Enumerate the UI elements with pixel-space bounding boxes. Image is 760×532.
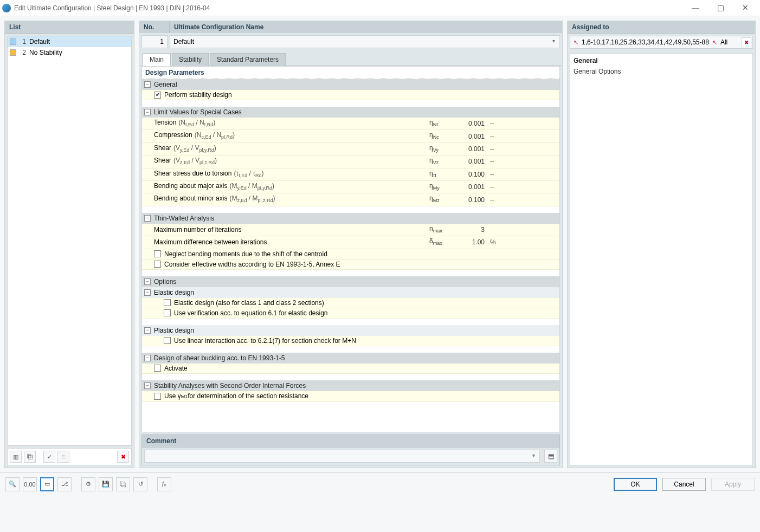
group-general[interactable]: − General: [142, 79, 559, 90]
assigned-panel: Assigned to ↖ 1,6-10,17,18,25,26,33,34,4…: [567, 21, 756, 468]
list-item[interactable]: 2 No Stability: [8, 47, 131, 58]
new-config-button[interactable]: ▥: [10, 451, 22, 463]
linear-interaction-checkbox[interactable]: [164, 337, 171, 344]
symbol: ηNc: [429, 131, 456, 141]
linear-interaction-row[interactable]: Use linear interaction acc. to 6.2.1(7) …: [142, 336, 559, 346]
name-field[interactable]: Default: [170, 35, 560, 48]
collapse-icon[interactable]: −: [144, 215, 151, 222]
assigned-header: Assigned to: [568, 21, 755, 34]
cancel-button[interactable]: Cancel: [662, 478, 706, 491]
name-header: Ultimate Configuration Name: [170, 21, 562, 33]
activate-shear-buckling-row[interactable]: Activate: [142, 364, 559, 374]
app-icon: [2, 4, 11, 12]
perform-stability-row[interactable]: Perform stability design: [142, 90, 559, 100]
delete-config-button[interactable]: ✖: [117, 451, 129, 463]
group-thin-walled[interactable]: − Thin-Walled Analysis: [142, 213, 559, 224]
close-button[interactable]: ✕: [733, 0, 758, 16]
no-header: No.: [139, 21, 170, 33]
symbol: ηVy: [429, 144, 456, 154]
symbol: ητt: [429, 169, 456, 180]
no-field[interactable]: 1: [141, 35, 168, 48]
save-button[interactable]: 💾: [99, 477, 113, 491]
limit-value-row[interactable]: Tension (Nt,Ed / Nt,Rd) ηNt 0.001 --: [142, 118, 559, 130]
color-swatch: [10, 38, 16, 45]
use-verification-row[interactable]: Use verification acc. to equation 6.1 fo…: [142, 308, 559, 319]
collapse-icon[interactable]: −: [144, 109, 151, 115]
symbol: ηMy: [429, 181, 456, 192]
assigned-field[interactable]: ↖ 1,6-10,17,18,25,26,33,34,41,42,49,50,5…: [570, 36, 753, 49]
consider-checkbox[interactable]: [154, 261, 161, 268]
search-button[interactable]: 🔍: [5, 477, 20, 491]
limit-value-row[interactable]: Shear (Vz,Ed / Vpl,z,Rd) ηVz 0.001 --: [142, 155, 559, 168]
units-button[interactable]: 0.00: [23, 477, 37, 491]
collapse-icon[interactable]: −: [144, 355, 151, 361]
clear-assigned-button[interactable]: ✖: [742, 37, 751, 47]
neglect-checkbox[interactable]: [154, 250, 161, 257]
use-verification-checkbox[interactable]: [164, 309, 171, 316]
tab-main[interactable]: Main: [143, 53, 171, 66]
consider-widths-row[interactable]: Consider effective widths according to E…: [142, 259, 559, 270]
copy-config-button[interactable]: ⿻: [24, 451, 36, 463]
design-parameters-title: Design Parameters: [142, 67, 559, 79]
pointer-icon: ↖: [712, 39, 717, 46]
subgroup-plastic[interactable]: − Plastic design: [142, 325, 559, 336]
collapse-icon[interactable]: −: [144, 278, 151, 285]
max-iterations-row[interactable]: Maximum number of iterations nmax 3: [142, 224, 559, 236]
copy-button[interactable]: ⿻: [116, 477, 130, 491]
tree-button[interactable]: ⎇: [57, 477, 72, 491]
list-panel: List 1 Default 2 No Stability ▥ ⿻ ✓ ≡ ✖: [4, 21, 134, 468]
color-swatch: [10, 49, 16, 56]
tabs: MainStabilityStandard Parameters: [139, 53, 562, 66]
max-difference-row[interactable]: Maximum difference between iterations δm…: [142, 236, 559, 249]
use-gamma-checkbox[interactable]: [154, 393, 161, 400]
list-item[interactable]: 1 Default: [8, 36, 131, 47]
elastic-design-row[interactable]: Elastic design (also for class 1 and cla…: [142, 298, 559, 308]
info-title: General: [574, 57, 749, 64]
info-area: General General Options: [570, 53, 753, 465]
collapse-icon[interactable]: −: [144, 81, 151, 88]
activate-checkbox[interactable]: [154, 365, 161, 372]
limit-value-row[interactable]: Bending about major axis (My,Ed / Mpl,y,…: [142, 181, 559, 193]
view-toggle-button[interactable]: ▭: [40, 477, 54, 491]
group-options[interactable]: − Options: [142, 276, 559, 287]
symbol: nmax: [429, 224, 456, 235]
subgroup-elastic[interactable]: − Elastic design: [142, 287, 559, 298]
limit-value-row[interactable]: Shear stress due to torsion (τt,Ed / τRd…: [142, 168, 559, 181]
comment-header: Comment: [141, 434, 560, 447]
apply-button[interactable]: Apply: [711, 478, 755, 491]
symbol: δmax: [429, 237, 456, 248]
list-toolbar: ▥ ⿻ ✓ ≡ ✖: [7, 448, 132, 465]
limit-value-row[interactable]: Shear (Vy,Ed / Vpl,y,Rd) ηVy 0.001 --: [142, 143, 559, 155]
group-limit-values[interactable]: − Limit Values for Special Cases: [142, 107, 559, 118]
tab-stability[interactable]: Stability: [172, 53, 209, 66]
parameters-area: Design Parameters − General Perform stab…: [141, 66, 560, 432]
list-body[interactable]: 1 Default 2 No Stability: [7, 36, 132, 446]
limit-value-row[interactable]: Compression (Nc,Ed / Npl,Rd) ηNc 0.001 -…: [142, 130, 559, 142]
collapse-icon[interactable]: −: [144, 382, 151, 389]
settings-button[interactable]: ⚙: [81, 477, 95, 491]
symbol: ηNt: [429, 118, 456, 129]
limit-value-row[interactable]: Bending about minor axis (Mz,Ed / Mpl,z,…: [142, 193, 559, 206]
comment-field[interactable]: [144, 450, 540, 463]
perform-stability-checkbox[interactable]: [154, 92, 161, 99]
check-list-button[interactable]: ≡: [57, 451, 69, 463]
function-button[interactable]: fₓ: [157, 477, 171, 491]
title-bar: Edit Ultimate Configuration | Steel Desi…: [0, 0, 760, 16]
collapse-icon[interactable]: −: [144, 289, 151, 296]
group-shear-buckling[interactable]: − Design of shear buckling acc. to EN 19…: [142, 353, 559, 364]
collapse-icon[interactable]: −: [144, 327, 151, 334]
check-all-button[interactable]: ✓: [43, 451, 55, 463]
use-gamma-row[interactable]: Use γM1 for determination of the section…: [142, 391, 559, 402]
info-text: General Options: [574, 68, 749, 75]
tab-standard[interactable]: Standard Parameters: [210, 53, 286, 66]
group-stability-second-order[interactable]: − Stability Analyses with Second-Order I…: [142, 380, 559, 391]
list-header: List: [5, 21, 134, 34]
comment-pick-button[interactable]: ▤: [544, 450, 557, 463]
reset-button[interactable]: ↺: [133, 477, 147, 491]
ok-button[interactable]: OK: [614, 478, 657, 491]
maximize-button[interactable]: ▢: [708, 0, 733, 16]
elastic-design-checkbox[interactable]: [164, 299, 171, 306]
neglect-bending-row[interactable]: Neglect bending moments due to the shift…: [142, 249, 559, 259]
minimize-button[interactable]: —: [683, 0, 708, 16]
symbol: ηMz: [429, 194, 456, 205]
